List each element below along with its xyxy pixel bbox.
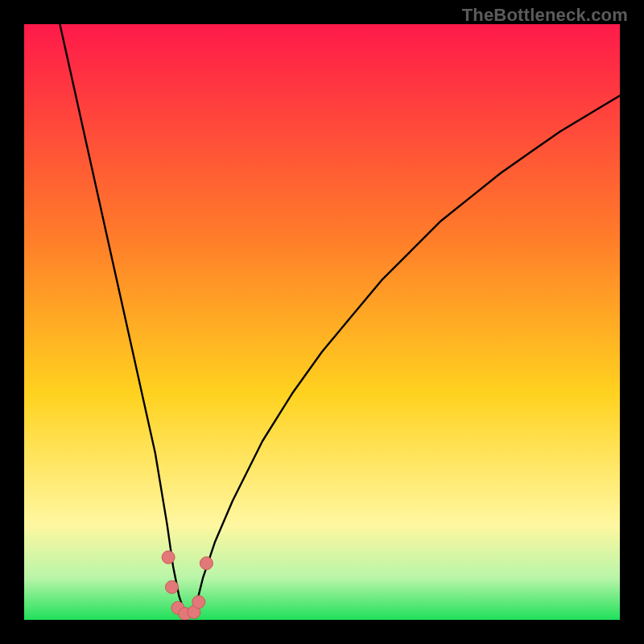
- chart-frame: TheBottleneck.com: [0, 0, 644, 644]
- curve-marker: [200, 557, 213, 570]
- curve-marker: [192, 596, 205, 609]
- chart-svg: [24, 24, 620, 620]
- plot-area: [24, 24, 620, 620]
- gradient-background: [24, 24, 620, 620]
- watermark-text: TheBottleneck.com: [462, 5, 628, 26]
- curve-marker: [162, 551, 175, 564]
- curve-marker: [166, 580, 179, 593]
